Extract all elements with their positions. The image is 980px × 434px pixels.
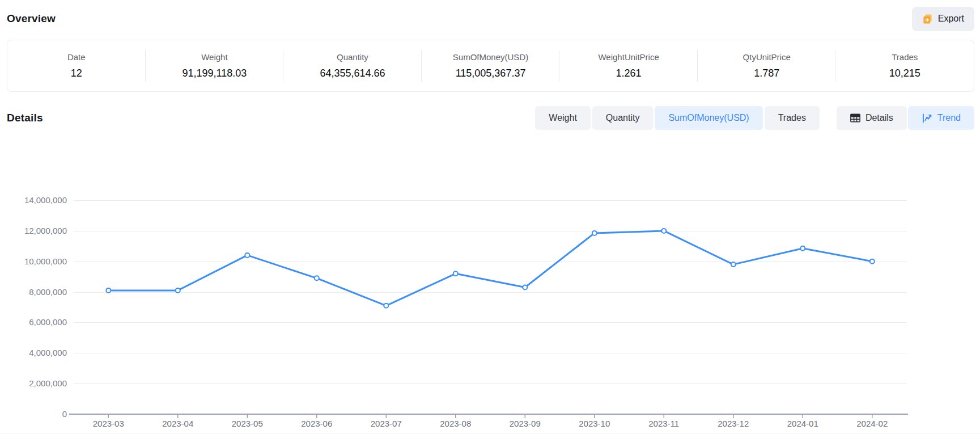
data-point-marker[interactable] bbox=[523, 285, 527, 290]
tab-label: Trades bbox=[778, 113, 806, 123]
y-axis-tick-label: 12,000,000 bbox=[24, 226, 67, 235]
export-label: Export bbox=[938, 14, 964, 24]
export-icon bbox=[922, 14, 933, 24]
x-axis-tick-label: 2023-11 bbox=[648, 419, 679, 428]
x-axis-tick-label: 2023-05 bbox=[232, 419, 263, 428]
x-axis-tick-label: 2024-02 bbox=[856, 419, 888, 428]
metric-tab-group: WeightQuantitySumOfMoney(USD)Trades bbox=[535, 106, 820, 130]
view-tab-details[interactable]: Details bbox=[837, 106, 907, 130]
stat-col-trades: Trades10,215 bbox=[835, 52, 974, 79]
stat-label: QtyUnitPrice bbox=[698, 52, 836, 62]
stat-value: 64,355,614.66 bbox=[283, 68, 422, 79]
stat-label: Weight bbox=[146, 52, 284, 62]
data-point-marker[interactable] bbox=[384, 304, 388, 308]
stat-label: WeightUnitPrice bbox=[559, 52, 698, 62]
data-point-marker[interactable] bbox=[661, 229, 666, 233]
table-icon bbox=[850, 113, 860, 123]
y-axis-tick-label: 14,000,000 bbox=[24, 195, 67, 205]
x-axis-tick-label: 2023-09 bbox=[510, 419, 541, 428]
details-title: Details bbox=[7, 112, 43, 124]
data-point-marker[interactable] bbox=[315, 276, 319, 280]
tab-sumofmoney-usd[interactable]: SumOfMoney(USD) bbox=[655, 106, 762, 130]
tab-label: Weight bbox=[549, 113, 577, 123]
y-axis-tick-label: 4,000,000 bbox=[29, 348, 67, 357]
y-axis-tick-label: 6,000,000 bbox=[29, 317, 67, 327]
x-axis-tick-label: 2023-07 bbox=[371, 419, 402, 428]
x-axis-tick-label: 2023-06 bbox=[301, 419, 332, 428]
tab-trades[interactable]: Trades bbox=[765, 106, 820, 130]
view-tab-group: DetailsTrend bbox=[837, 106, 974, 130]
stat-col-sumofmoney-usd: SumOfMoney(USD)115,005,367.37 bbox=[422, 52, 560, 79]
trend-line-chart[interactable]: 02,000,0004,000,0006,000,0008,000,00010,… bbox=[0, 165, 980, 434]
export-button[interactable]: Export bbox=[912, 7, 974, 31]
view-tab-trend[interactable]: Trend bbox=[908, 106, 974, 130]
stat-value: 115,005,367.37 bbox=[422, 68, 560, 79]
data-point-marker[interactable] bbox=[731, 262, 736, 267]
data-point-marker[interactable] bbox=[106, 288, 111, 293]
data-point-marker[interactable] bbox=[453, 271, 458, 276]
data-point-marker[interactable] bbox=[176, 288, 180, 293]
stat-label: Trades bbox=[835, 52, 974, 62]
stat-label: Date bbox=[7, 52, 146, 62]
tab-quantity[interactable]: Quantity bbox=[592, 106, 654, 130]
stat-col-weightunitprice: WeightUnitPrice1.261 bbox=[559, 52, 698, 79]
stat-value: 12 bbox=[7, 68, 146, 79]
stat-col-qtyunitprice: QtyUnitPrice1.787 bbox=[698, 52, 836, 79]
x-axis-tick-label: 2023-04 bbox=[162, 419, 193, 428]
overview-stats-card: Date12Weight91,199,118.03Quantity64,355,… bbox=[7, 40, 974, 92]
data-point-marker[interactable] bbox=[592, 231, 597, 235]
details-header: Details WeightQuantitySumOfMoney(USD)Tra… bbox=[7, 104, 974, 132]
trend-icon bbox=[922, 113, 932, 123]
stat-value: 91,199,118.03 bbox=[146, 68, 284, 79]
x-axis-tick-label: 2023-10 bbox=[579, 419, 610, 428]
stat-col-quantity: Quantity64,355,614.66 bbox=[283, 52, 422, 79]
data-point-marker[interactable] bbox=[870, 259, 875, 264]
trend-line bbox=[108, 231, 872, 306]
x-axis-tick-label: 2023-08 bbox=[440, 419, 471, 428]
y-axis-tick-label: 2,000,000 bbox=[29, 378, 67, 388]
tab-label: Trend bbox=[937, 113, 961, 123]
x-axis-tick-label: 2024-01 bbox=[787, 419, 818, 428]
tab-label: SumOfMoney(USD) bbox=[668, 113, 749, 123]
stat-col-date: Date12 bbox=[7, 52, 146, 79]
overview-title: Overview bbox=[7, 12, 56, 25]
stat-value: 1.261 bbox=[559, 68, 698, 79]
x-axis-tick-label: 2023-12 bbox=[718, 419, 749, 428]
stat-value: 1.787 bbox=[698, 68, 836, 79]
y-axis-tick-label: 8,000,000 bbox=[29, 287, 67, 297]
tab-weight[interactable]: Weight bbox=[535, 106, 591, 130]
y-axis-tick-label: 10,000,000 bbox=[24, 256, 67, 266]
details-toolbar: WeightQuantitySumOfMoney(USD)Trades Deta… bbox=[535, 106, 974, 130]
stat-value: 10,215 bbox=[835, 68, 974, 79]
tab-label: Details bbox=[866, 113, 893, 123]
tab-label: Quantity bbox=[606, 113, 640, 123]
overview-header: Overview Export bbox=[7, 0, 974, 37]
y-axis-tick-label: 0 bbox=[62, 409, 67, 419]
data-point-marker[interactable] bbox=[800, 246, 805, 251]
stat-label: SumOfMoney(USD) bbox=[422, 52, 560, 62]
bottom-divider bbox=[0, 433, 980, 433]
data-point-marker[interactable] bbox=[245, 253, 249, 258]
stat-col-weight: Weight91,199,118.03 bbox=[146, 52, 284, 79]
stat-label: Quantity bbox=[283, 52, 422, 62]
x-axis-tick-label: 2023-03 bbox=[93, 419, 124, 428]
